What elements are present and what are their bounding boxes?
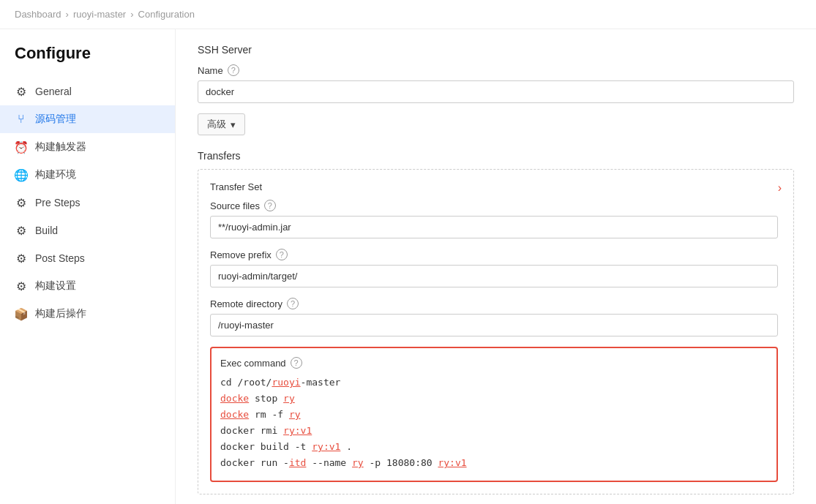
gear-icon4: ⚙ bbox=[15, 252, 28, 265]
breadcrumb-page: Configuration bbox=[138, 9, 195, 20]
exec-command-label: Exec command ? bbox=[220, 357, 768, 369]
sidebar-item-label: General bbox=[35, 86, 72, 97]
cmd-line-2: docke stop ry bbox=[220, 391, 768, 407]
advanced-label: 高级 bbox=[207, 118, 226, 131]
transfer-set-fields: Transfer Set Source files ? Remove prefi… bbox=[210, 181, 778, 482]
transfer-set-expand-arrow[interactable]: › bbox=[778, 181, 782, 195]
source-files-help-icon[interactable]: ? bbox=[264, 200, 276, 211]
sidebar-item-build[interactable]: ⚙ Build bbox=[0, 217, 175, 244]
sidebar-item-label: 构建设置 bbox=[35, 279, 76, 293]
name-help-icon[interactable]: ? bbox=[228, 64, 239, 76]
sidebar-item-general[interactable]: ⚙ General bbox=[0, 78, 175, 105]
breadcrumb: Dashboard › ruoyi-master › Configuration bbox=[0, 0, 816, 29]
transfers-label: Transfers bbox=[198, 150, 794, 162]
cmd-line-3: docke rm -f ry bbox=[220, 407, 768, 423]
sidebar-title: Configure bbox=[0, 44, 175, 78]
sidebar-item-label: 源码管理 bbox=[35, 113, 76, 126]
sidebar-item-source-management[interactable]: ⑂ 源码管理 bbox=[0, 105, 175, 133]
remove-prefix-label: Remove prefix ? bbox=[210, 249, 778, 260]
cmd-line-4: docker rmi ry:v1 bbox=[220, 423, 768, 439]
package-icon: 📦 bbox=[15, 307, 28, 320]
sidebar-item-label: 构建环境 bbox=[35, 168, 76, 181]
sidebar-item-build-trigger[interactable]: ⏰ 构建触发器 bbox=[0, 133, 175, 161]
sidebar-item-label: 构建触发器 bbox=[35, 140, 86, 154]
gear-icon: ⚙ bbox=[15, 85, 28, 98]
sidebar-item-post-build[interactable]: 📦 构建后操作 bbox=[0, 300, 175, 328]
branch-icon: ⑂ bbox=[15, 113, 28, 126]
source-files-label: Source files ? bbox=[210, 200, 778, 211]
sidebar-item-label: Build bbox=[35, 225, 58, 236]
name-field-label: Name ? bbox=[198, 64, 794, 76]
breadcrumb-sep2: › bbox=[130, 9, 133, 20]
source-files-group: Source files ? bbox=[210, 200, 778, 238]
sidebar-item-label: Post Steps bbox=[35, 252, 85, 264]
source-files-input[interactable] bbox=[210, 216, 778, 238]
sidebar: Configure ⚙ General ⑂ 源码管理 ⏰ 构建触发器 🌐 构建环… bbox=[0, 29, 176, 504]
ssh-server-name-input[interactable] bbox=[198, 80, 794, 103]
remote-directory-input[interactable] bbox=[210, 314, 778, 336]
ssh-server-title: SSH Server bbox=[198, 44, 794, 56]
breadcrumb-dashboard[interactable]: Dashboard bbox=[15, 9, 61, 20]
chevron-down-icon: ▾ bbox=[231, 119, 236, 130]
remote-directory-group: Remote directory ? bbox=[210, 298, 778, 336]
sidebar-item-pre-steps[interactable]: ⚙ Pre Steps bbox=[0, 189, 175, 217]
remote-directory-help-icon[interactable]: ? bbox=[287, 298, 299, 309]
ssh-server-section: SSH Server Name ? bbox=[198, 44, 794, 103]
gear-icon5: ⚙ bbox=[15, 279, 28, 293]
sidebar-item-label: Pre Steps bbox=[35, 197, 80, 208]
remove-prefix-input[interactable] bbox=[210, 265, 778, 287]
remote-directory-label: Remote directory ? bbox=[210, 298, 778, 309]
gear-icon3: ⚙ bbox=[15, 224, 28, 237]
globe-icon: 🌐 bbox=[15, 168, 28, 181]
transfer-set-header: Transfer Set Source files ? Remove prefi… bbox=[210, 181, 782, 482]
sidebar-item-build-settings[interactable]: ⚙ 构建设置 bbox=[0, 272, 175, 300]
clock-icon: ⏰ bbox=[15, 140, 28, 154]
transfer-set-title: Transfer Set bbox=[210, 181, 778, 192]
transfers-section: Transfer Set Source files ? Remove prefi… bbox=[198, 169, 794, 494]
sidebar-item-post-steps[interactable]: ⚙ Post Steps bbox=[0, 244, 175, 272]
cmd-line-5: docker build -t ry:v1 . bbox=[220, 439, 768, 455]
sidebar-item-label: 构建后操作 bbox=[35, 307, 86, 320]
remove-prefix-group: Remove prefix ? bbox=[210, 249, 778, 287]
cmd-line-1: cd /root/ruoyi-master bbox=[220, 375, 768, 391]
breadcrumb-sep1: › bbox=[66, 9, 69, 20]
exec-command-help-icon[interactable]: ? bbox=[291, 357, 302, 369]
cmd-line-6: docker run -itd --name ry -p 18080:80 ry… bbox=[220, 455, 768, 471]
sidebar-item-build-env[interactable]: 🌐 构建环境 bbox=[0, 161, 175, 189]
gear-icon2: ⚙ bbox=[15, 196, 28, 209]
breadcrumb-project[interactable]: ruoyi-master bbox=[73, 9, 126, 20]
remove-prefix-help-icon[interactable]: ? bbox=[276, 249, 288, 260]
exec-command-content: cd /root/ruoyi-master docke stop ry dock… bbox=[220, 375, 768, 472]
exec-command-box: Exec command ? cd /root/ruoyi-master doc… bbox=[210, 347, 778, 482]
main-content: SSH Server Name ? 高级 ▾ Transfers Transfe… bbox=[176, 29, 816, 504]
advanced-button[interactable]: 高级 ▾ bbox=[198, 113, 245, 135]
